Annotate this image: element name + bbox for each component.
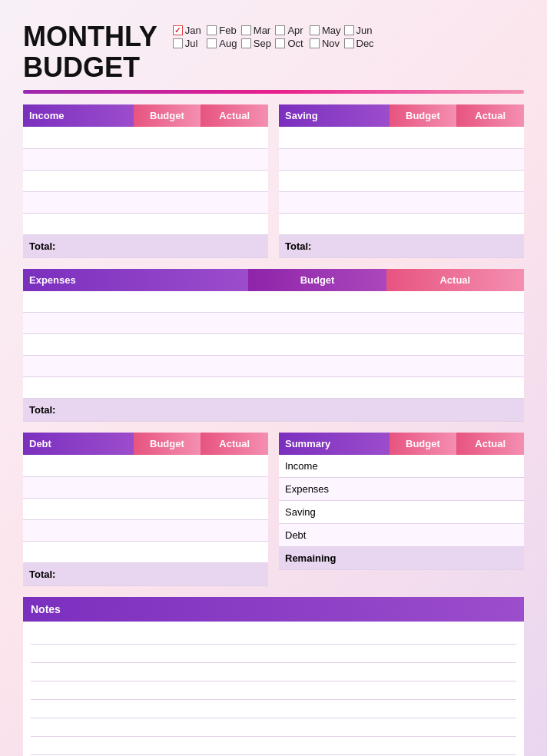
- saving-col-header: Saving: [279, 104, 390, 127]
- month-item-oct[interactable]: Oct: [275, 38, 307, 49]
- month-item-jun[interactable]: Jun: [344, 25, 376, 36]
- month-item-jan[interactable]: Jan: [173, 25, 204, 36]
- table-cell: [390, 191, 457, 213]
- total-row: Total:: [23, 399, 524, 422]
- table-row: [279, 127, 524, 148]
- summary-budget-cell: [390, 501, 457, 524]
- summary-actual-cell: [456, 501, 524, 524]
- table-row: [23, 148, 268, 170]
- table-cell: [23, 476, 134, 498]
- table-cell: [390, 148, 457, 170]
- month-checkbox-aug[interactable]: [207, 38, 217, 48]
- note-line: [31, 718, 516, 737]
- note-line: [31, 626, 516, 645]
- table-cell: [201, 191, 268, 213]
- total-actual-cell: [386, 399, 524, 422]
- summary-actual-cell: [456, 524, 524, 547]
- table-cell: [134, 213, 201, 234]
- summary-label: Remaining: [279, 547, 390, 570]
- income-saving-row: Income Budget Actual Total: Saving Budge…: [23, 104, 524, 258]
- summary-row: Debt: [279, 524, 524, 547]
- debt-col-header: Debt: [23, 433, 134, 455]
- table-row: [23, 455, 268, 476]
- title-block: MONTHLY BUDGET: [23, 22, 157, 82]
- saving-table-block: Saving Budget Actual Total:: [279, 104, 524, 258]
- note-line: [31, 645, 516, 663]
- summary-budget-cell: [390, 455, 457, 478]
- summary-col-header: Summary: [279, 433, 390, 455]
- month-item-may[interactable]: May: [310, 25, 341, 36]
- month-item-feb[interactable]: Feb: [207, 25, 238, 36]
- total-actual-cell: [201, 234, 268, 257]
- summary-table-block: Summary Budget Actual IncomeExpensesSavi…: [279, 433, 524, 586]
- month-checkbox-nov[interactable]: [310, 38, 320, 48]
- table-cell: [23, 148, 134, 170]
- table-cell: [456, 191, 524, 213]
- table-cell: [23, 213, 134, 234]
- month-checkbox-oct[interactable]: [275, 38, 285, 48]
- saving-budget-header: Budget: [390, 104, 457, 127]
- month-label-mar: Mar: [254, 25, 270, 36]
- summary-budget-cell: [390, 547, 457, 570]
- table-cell: [201, 476, 268, 498]
- month-checkbox-dec[interactable]: [344, 38, 354, 48]
- table-cell: [201, 127, 268, 148]
- summary-row: Remaining: [279, 547, 524, 570]
- month-checkbox-sep[interactable]: [241, 38, 251, 48]
- table-cell: [23, 498, 134, 519]
- table-cell: [134, 170, 201, 191]
- month-label-oct: Oct: [287, 38, 303, 49]
- table-cell: [23, 356, 248, 377]
- accent-bar: [23, 90, 524, 94]
- table-cell: [456, 170, 524, 191]
- table-cell: [23, 541, 134, 562]
- income-table: Income Budget Actual Total:: [23, 104, 268, 258]
- month-checkbox-jan[interactable]: [173, 25, 183, 35]
- table-cell: [390, 127, 457, 148]
- table-row: [23, 313, 524, 334]
- table-row: [23, 498, 268, 519]
- table-cell: [23, 170, 134, 191]
- total-label: Total:: [279, 234, 390, 257]
- expenses-col-header: Expenses: [23, 269, 248, 291]
- table-cell: [279, 127, 390, 148]
- table-cell: [134, 148, 201, 170]
- month-label-sep: Sep: [254, 38, 271, 49]
- table-row: [23, 356, 524, 377]
- debt-table-block: Debt Budget Actual Total:: [23, 433, 268, 586]
- table-cell: [386, 313, 524, 334]
- month-checkbox-apr[interactable]: [275, 25, 285, 35]
- summary-row: Saving: [279, 501, 524, 524]
- month-item-dec[interactable]: Dec: [344, 38, 376, 49]
- month-checkbox-may[interactable]: [310, 25, 320, 35]
- month-checkbox-mar[interactable]: [241, 25, 251, 35]
- month-checkbox-jun[interactable]: [344, 25, 354, 35]
- month-checkbox-jul[interactable]: [173, 38, 183, 48]
- total-label: Total:: [23, 399, 248, 422]
- debt-summary-row: Debt Budget Actual Total: Summary Budget…: [23, 433, 524, 586]
- month-item-mar[interactable]: Mar: [241, 25, 273, 36]
- month-item-aug[interactable]: Aug: [207, 38, 238, 49]
- month-checkbox-feb[interactable]: [207, 25, 217, 35]
- debt-actual-header: Actual: [201, 433, 268, 455]
- table-row: [23, 127, 268, 148]
- table-cell: [279, 213, 390, 234]
- income-col-header: Income: [23, 104, 134, 127]
- note-line: [31, 737, 516, 755]
- summary-label: Expenses: [279, 478, 390, 501]
- month-item-nov[interactable]: Nov: [310, 38, 341, 49]
- table-row: [23, 377, 524, 399]
- table-cell: [390, 170, 457, 191]
- month-item-jul[interactable]: Jul: [173, 38, 204, 49]
- total-actual-cell: [201, 562, 268, 585]
- month-item-apr[interactable]: Apr: [275, 25, 307, 36]
- table-cell: [201, 455, 268, 476]
- table-row: [23, 213, 268, 234]
- table-row: [279, 191, 524, 213]
- income-table-block: Income Budget Actual Total:: [23, 104, 268, 258]
- month-item-sep[interactable]: Sep: [241, 38, 273, 49]
- summary-budget-header: Budget: [390, 433, 457, 455]
- table-cell: [134, 541, 201, 562]
- saving-table: Saving Budget Actual Total:: [279, 104, 524, 258]
- table-cell: [390, 213, 457, 234]
